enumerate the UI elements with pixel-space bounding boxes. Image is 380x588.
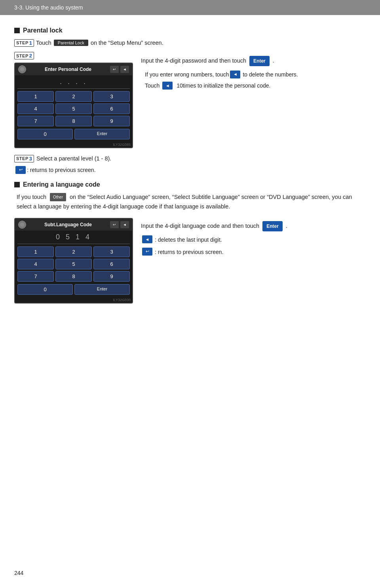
key2-1[interactable]: 1 bbox=[17, 246, 54, 257]
delete-note-icon-1: ◄ bbox=[142, 235, 152, 243]
return-note-icon-2: ↩ bbox=[142, 248, 152, 256]
key-2[interactable]: 2 bbox=[55, 91, 92, 102]
screen-title: Enter Personal Code bbox=[45, 67, 91, 72]
back-btn-2[interactable]: ↩ bbox=[110, 221, 119, 228]
key-6[interactable]: 6 bbox=[93, 103, 130, 114]
note-line-2: Touch ◄ 10 times to initialize the perso… bbox=[145, 81, 364, 90]
enter-personal-code-screen: Enter Personal Code ↩ ◄ . . . . 1 2 3 4 … bbox=[14, 63, 133, 148]
key2-7[interactable]: 7 bbox=[17, 271, 54, 282]
screen-dots: . . . . bbox=[15, 75, 132, 88]
return-text: : returns to previous screen. bbox=[27, 167, 96, 173]
section2-marker bbox=[14, 182, 20, 187]
step3-num: 3 bbox=[29, 156, 32, 162]
subt-language-screen: Subt.Language Code ↩ ◄ 0 5 1 4 1 2 3 4 5… bbox=[14, 218, 133, 304]
note2-post: times to initialize the personal code. bbox=[183, 81, 271, 90]
section2-title: Entering a language code bbox=[23, 181, 100, 188]
screen-title-2: Subt.Language Code bbox=[44, 222, 92, 227]
enter-button-1[interactable]: Enter bbox=[249, 56, 270, 66]
key2-8[interactable]: 8 bbox=[55, 271, 92, 282]
step2-period: . bbox=[273, 57, 274, 64]
screen-top-bar-2: Subt.Language Code ↩ ◄ bbox=[15, 219, 132, 231]
key-5[interactable]: 5 bbox=[55, 103, 92, 114]
bottom-note-2: ↩ : returns to previous screen. bbox=[141, 248, 364, 256]
step2-main-text: Input the 4-digit password and then touc… bbox=[141, 57, 246, 64]
screen-value: 0 5 1 4 bbox=[15, 231, 132, 244]
step1-touch-word: Touch bbox=[36, 38, 51, 48]
key-1[interactable]: 1 bbox=[17, 91, 54, 102]
step3-label: STEP bbox=[16, 156, 28, 161]
return-icon: ↩ bbox=[15, 166, 26, 174]
key2-6[interactable]: 6 bbox=[93, 259, 130, 269]
key-4[interactable]: 4 bbox=[17, 103, 54, 114]
disc-icon-2 bbox=[18, 221, 26, 229]
key-8[interactable]: 8 bbox=[55, 116, 92, 126]
bottom-note-2-text: : returns to previous screen. bbox=[155, 248, 224, 256]
step3-badge: STEP 3 bbox=[14, 155, 34, 162]
bottom-note-block: ◄ : deletes the last input digit. ↩ : re… bbox=[141, 235, 364, 256]
section2-body-pre: If you touch bbox=[17, 194, 46, 200]
back-btn[interactable]: ↩ bbox=[110, 66, 119, 73]
note2-num: 10 bbox=[177, 81, 183, 90]
page-number: 244 bbox=[14, 570, 23, 576]
key-7[interactable]: 7 bbox=[17, 116, 54, 126]
key-3[interactable]: 3 bbox=[93, 91, 130, 102]
bottom-note-1: ◄ : deletes the last input digit. bbox=[141, 235, 364, 244]
step2-num: 2 bbox=[29, 53, 32, 59]
section1-header: Parental lock bbox=[14, 27, 364, 34]
enter-button-2[interactable]: Enter bbox=[262, 221, 283, 231]
bottom-main-text: Input the 4-digit language code and then… bbox=[141, 223, 259, 229]
key2-9[interactable]: 9 bbox=[93, 271, 130, 282]
step3-line: STEP 3 Select a parental level (1 - 8). bbox=[14, 154, 364, 164]
delete-icon-note: ◄ bbox=[230, 71, 240, 78]
step1-num: 1 bbox=[29, 40, 32, 46]
main-content: Parental lock STEP 1 Touch Parental Lock… bbox=[0, 15, 380, 319]
numpad-bottom: 0 Enter bbox=[15, 129, 132, 142]
step2-text-block: Input the 4-digit password and then touc… bbox=[141, 52, 364, 149]
section2-body-rest: on the “Select Audio Language” screen, “… bbox=[17, 194, 352, 210]
key2-4[interactable]: 4 bbox=[17, 259, 54, 269]
step2-badge: STEP 2 bbox=[14, 52, 34, 59]
key-0[interactable]: 0 bbox=[17, 129, 73, 139]
section1-title: Parental lock bbox=[23, 27, 63, 34]
key2-enter[interactable]: Enter bbox=[74, 284, 130, 295]
key-9[interactable]: 9 bbox=[93, 116, 130, 126]
bottom-text-block: Input the 4-digit language code and then… bbox=[141, 218, 364, 304]
step2-layout: STEP 2 Enter Personal Code ↩ ◄ . . . . 1 bbox=[14, 52, 364, 149]
section2: Entering a language code If you touch Ot… bbox=[14, 181, 364, 304]
header-title: 3-3. Using the audio system bbox=[14, 4, 83, 11]
other-button[interactable]: Other bbox=[50, 193, 66, 201]
section2-body: If you touch Other on the “Select Audio … bbox=[14, 192, 364, 212]
screen-top-icons: ↩ ◄ bbox=[110, 66, 129, 73]
return-note-line: ↩ : returns to previous screen. bbox=[14, 166, 364, 174]
key-enter[interactable]: Enter bbox=[74, 129, 130, 139]
note2-touch: Touch bbox=[145, 81, 160, 90]
step1-after-text: on the “Setup Menu” screen. bbox=[91, 38, 163, 48]
key2-5[interactable]: 5 bbox=[55, 259, 92, 269]
step-bottom-layout: Subt.Language Code ↩ ◄ 0 5 1 4 1 2 3 4 5… bbox=[14, 218, 364, 304]
numpad-bottom-2: 0 Enter bbox=[15, 284, 132, 297]
note-block: If you enter wrong numbers, touch ◄ to d… bbox=[145, 70, 364, 90]
note-line-1: If you enter wrong numbers, touch ◄ to d… bbox=[145, 70, 364, 79]
watermark1: ILY32G085 bbox=[15, 142, 132, 147]
screen-top-icons-2: ↩ ◄ bbox=[110, 221, 129, 228]
watermark2: ILY32G030 bbox=[15, 297, 132, 303]
step1-text: STEP bbox=[16, 40, 28, 45]
step1-badge: STEP 1 bbox=[14, 39, 34, 47]
key2-2[interactable]: 2 bbox=[55, 246, 92, 257]
disc-icon bbox=[18, 65, 26, 73]
step1-line: STEP 1 Touch Parental Lock on the “Setup… bbox=[14, 38, 364, 48]
bottom-note-1-text: : deletes the last input digit. bbox=[155, 235, 222, 244]
key2-3[interactable]: 3 bbox=[93, 246, 130, 257]
section-marker bbox=[14, 28, 20, 33]
step2-left: STEP 2 Enter Personal Code ↩ ◄ . . . . 1 bbox=[14, 52, 133, 149]
delete-btn[interactable]: ◄ bbox=[120, 66, 129, 73]
screen-top-bar: Enter Personal Code ↩ ◄ bbox=[15, 63, 132, 75]
step2-text: STEP bbox=[16, 53, 28, 58]
section2-header: Entering a language code bbox=[14, 181, 364, 188]
step3-text: Select a parental level (1 - 8). bbox=[36, 154, 111, 164]
numpad-2: 1 2 3 4 5 6 7 8 9 bbox=[15, 244, 132, 284]
delete-btn-2[interactable]: ◄ bbox=[120, 221, 129, 228]
key2-0[interactable]: 0 bbox=[17, 284, 73, 295]
numpad: 1 2 3 4 5 6 7 8 9 bbox=[15, 89, 132, 129]
parental-lock-button[interactable]: Parental Lock bbox=[54, 40, 88, 46]
